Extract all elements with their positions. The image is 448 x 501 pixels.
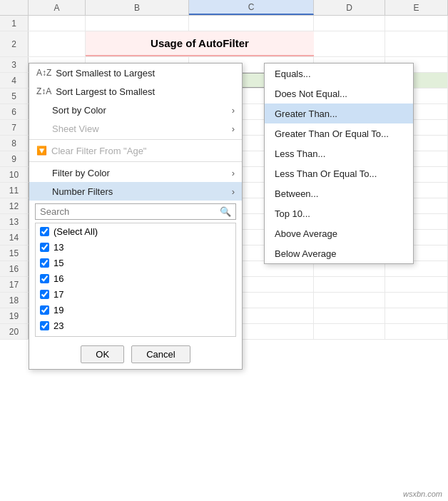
checkbox-0[interactable] [40, 227, 49, 236]
menu-divider-1 [29, 139, 242, 140]
column-headers: A B C D E [0, 0, 448, 16]
grid-row-2: 2 Usage of AutoFilter [0, 31, 448, 57]
row-num-5: 5 [0, 88, 29, 103]
checkbox-label-7: 25 [54, 336, 63, 338]
dialog-buttons: OK Cancel [29, 340, 242, 369]
checkbox-item-4[interactable]: 17 [36, 286, 235, 302]
checkbox-5[interactable] [40, 305, 49, 315]
checkbox-item-0[interactable]: (Select All) [36, 223, 235, 239]
menu-divider-2 [29, 161, 242, 162]
row-num-6: 6 [0, 104, 29, 119]
cell-2a [29, 31, 86, 56]
cell-1b [86, 16, 189, 31]
checkbox-3[interactable] [40, 274, 49, 283]
cell-1e [385, 16, 448, 31]
menu-item-sheet-view[interactable]: Sheet View › [29, 119, 242, 138]
checkbox-4[interactable] [40, 290, 49, 299]
search-input[interactable] [36, 204, 215, 219]
checkbox-label-5: 19 [54, 305, 63, 315]
submenu-item-6[interactable]: Between... [265, 183, 413, 203]
submenu-item-8[interactable]: Above Average [265, 223, 413, 243]
search-icon: 🔍 [215, 204, 235, 219]
sort-color-label: Sort by Color [52, 105, 106, 116]
menu-item-number-filters[interactable]: Number Filters › [29, 182, 242, 201]
submenu-item-7[interactable]: Top 10... [265, 203, 413, 223]
sort-asc-label: Sort Smallest to Largest [56, 68, 155, 79]
checkbox-item-5[interactable]: 19 [36, 302, 235, 318]
filter-color-submenu-arrow: › [232, 168, 235, 178]
submenu-item-1[interactable]: Does Not Equal... [265, 84, 413, 103]
checkbox-1[interactable] [40, 243, 49, 252]
sheet-view-label: Sheet View [52, 123, 99, 134]
cell-2e [385, 31, 448, 56]
col-header-e: E [385, 0, 448, 15]
cell-1c [189, 16, 314, 31]
checkbox-7[interactable] [40, 337, 49, 338]
menu-item-clear-filter[interactable]: 🔽 Clear Filter From "Age" [29, 141, 242, 160]
checkbox-list[interactable]: (Select All)131516171923252733 [35, 223, 236, 337]
cell-1a [29, 16, 86, 31]
checkbox-item-3[interactable]: 16 [36, 270, 235, 286]
checkbox-item-6[interactable]: 23 [36, 318, 235, 333]
sort-desc-icon: Z↕A [36, 86, 51, 96]
sort-desc-label: Sort Largest to Smallest [56, 86, 155, 97]
ok-button[interactable]: OK [81, 345, 124, 363]
cell-1d [314, 16, 385, 31]
cell-2b: Usage of AutoFilter [86, 31, 314, 56]
cell-2d [314, 31, 385, 56]
col-header-a: A [29, 0, 86, 15]
row-num-16: 16 [0, 261, 29, 276]
row-num-8: 8 [0, 136, 29, 151]
search-box[interactable]: 🔍 [35, 203, 236, 220]
submenu-item-9[interactable]: Below Average [265, 243, 413, 263]
checkbox-item-7[interactable]: 25 [36, 333, 235, 337]
grid-row-1: 1 [0, 16, 448, 31]
menu-item-sort-color[interactable]: Sort by Color › [29, 101, 242, 119]
clear-filter-label: Clear Filter From "Age" [51, 146, 146, 156]
cancel-button[interactable]: Cancel [131, 345, 190, 363]
number-filters-label: Number Filters [52, 186, 113, 197]
filter-color-label: Filter by Color [52, 168, 110, 178]
row-num-2: 2 [0, 31, 29, 56]
sort-asc-icon: A↕Z [36, 68, 51, 78]
checkbox-2[interactable] [40, 258, 49, 268]
submenu-item-5[interactable]: Less Than Or Equal To... [265, 163, 413, 183]
checkbox-label-2: 15 [54, 258, 63, 268]
submenu-item-3[interactable]: Greater Than Or Equal To... [265, 123, 413, 143]
watermark: wsxbn.com [403, 490, 442, 498]
row-num-15: 15 [0, 246, 29, 260]
row-num-18: 18 [0, 293, 29, 308]
checkbox-label-4: 17 [54, 289, 63, 300]
row-num-12: 12 [0, 198, 29, 213]
number-filters-submenu: Equals...Does Not Equal...Greater Than..… [264, 63, 414, 264]
submenu-item-4[interactable]: Less Than... [265, 143, 413, 163]
row-num-11: 11 [0, 183, 29, 198]
row-num-20: 20 [0, 324, 29, 339]
submenu-item-2[interactable]: Greater Than... [265, 103, 413, 123]
corner-header [0, 0, 29, 15]
checkbox-label-1: 13 [54, 242, 63, 253]
menu-item-sort-asc[interactable]: A↕Z Sort Smallest to Largest [29, 64, 242, 82]
row-num-4: 4 [0, 73, 29, 88]
checkbox-label-3: 16 [54, 273, 63, 284]
checkbox-label-6: 23 [54, 320, 63, 331]
checkbox-6[interactable] [40, 321, 49, 330]
checkbox-label-0: (Select All) [54, 226, 98, 237]
row-num-19: 19 [0, 308, 29, 323]
col-header-c: C [189, 0, 314, 15]
row-num-14: 14 [0, 230, 29, 245]
row-num-10: 10 [0, 167, 29, 182]
spreadsheet-title: Usage of AutoFilter [151, 37, 249, 49]
checkbox-item-1[interactable]: 13 [36, 239, 235, 255]
menu-item-sort-desc[interactable]: Z↕A Sort Largest to Smallest [29, 82, 242, 101]
spreadsheet: A B C D E 1 2 Usage of AutoFilter 3 [0, 0, 448, 501]
sort-color-submenu-arrow: › [232, 105, 235, 116]
checkbox-item-2[interactable]: 15 [36, 255, 235, 270]
submenu-item-0[interactable]: Equals... [265, 64, 413, 84]
row-num-7: 7 [0, 120, 29, 135]
number-filters-submenu-arrow: › [232, 186, 235, 197]
row-num-13: 13 [0, 214, 29, 229]
col-header-b: B [86, 0, 189, 15]
menu-item-filter-color[interactable]: Filter by Color › [29, 163, 242, 182]
sheet-view-submenu-arrow: › [232, 123, 235, 134]
